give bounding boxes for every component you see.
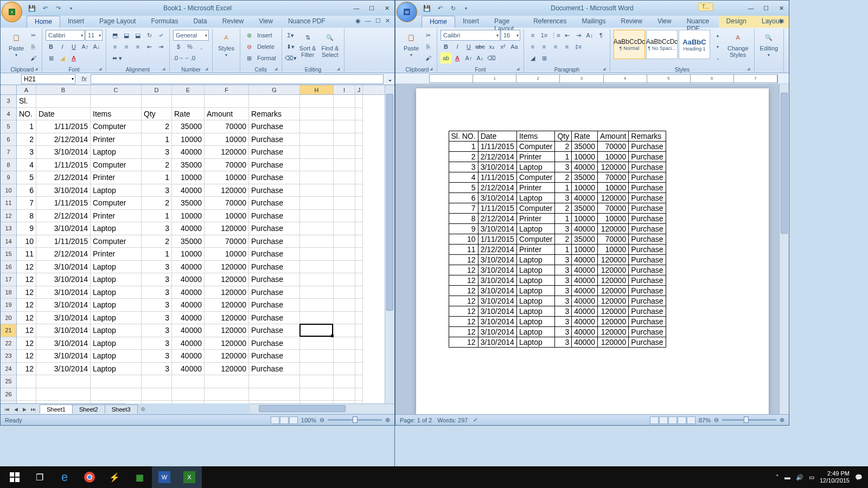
cell-H6[interactable]: [300, 133, 334, 146]
cell-J8[interactable]: [355, 159, 363, 172]
draft-view-icon[interactable]: [687, 416, 695, 424]
cell-E10[interactable]: 40000: [172, 184, 205, 197]
cell-I5[interactable]: [334, 120, 355, 133]
col-header-C[interactable]: C: [91, 85, 142, 94]
cell-G12[interactable]: Purchase: [249, 210, 300, 223]
cell-I21[interactable]: [334, 324, 355, 337]
cell-E20[interactable]: 40000: [172, 312, 205, 325]
row-header-11[interactable]: 11: [1, 197, 16, 210]
cell-G6[interactable]: Purchase: [249, 133, 300, 146]
cell-C21[interactable]: Laptop: [91, 324, 142, 337]
cell-G5[interactable]: Purchase: [249, 120, 300, 133]
cell-E11[interactable]: 35000: [172, 197, 205, 210]
cell-D6[interactable]: 1: [142, 133, 172, 146]
vertical-scrollbar[interactable]: [385, 85, 394, 403]
cell-B10[interactable]: 3/10/2014: [36, 184, 91, 197]
cell-D8[interactable]: 2: [142, 159, 172, 172]
format-cells-icon[interactable]: ⊞: [244, 53, 254, 63]
table-row[interactable]: 11/11/2015Computer23500070000Purchase: [449, 142, 666, 152]
row-header-20[interactable]: 20: [1, 312, 16, 325]
minimize-button[interactable]: —: [349, 3, 364, 14]
show-marks-icon[interactable]: ¶: [596, 30, 607, 41]
cell-H23[interactable]: [300, 350, 334, 363]
cell-B7[interactable]: 3/10/2014: [36, 146, 91, 159]
cell-C16[interactable]: Laptop: [91, 261, 142, 274]
cell-J5[interactable]: [355, 120, 363, 133]
cell-D26[interactable]: [142, 388, 172, 401]
cell-H22[interactable]: [300, 337, 334, 350]
inc-decimal-icon[interactable]: .0→: [173, 53, 184, 63]
change-case-icon[interactable]: Aa: [509, 41, 520, 52]
cell-E8[interactable]: 35000: [172, 159, 205, 172]
row-header-9[interactable]: 9: [1, 171, 16, 184]
restore-icon[interactable]: ☐: [375, 17, 381, 24]
cell-D22[interactable]: 3: [142, 337, 172, 350]
cell-A5[interactable]: 1: [17, 120, 36, 133]
tab-references[interactable]: References: [526, 16, 574, 28]
cell-I11[interactable]: [334, 197, 355, 210]
cell-F18[interactable]: 120000: [205, 286, 249, 299]
cell-F11[interactable]: 70000: [205, 197, 249, 210]
cell-C20[interactable]: Laptop: [91, 312, 142, 325]
delete-cells-icon[interactable]: ⊖: [244, 41, 254, 52]
multilevel-icon[interactable]: ⋮≡: [550, 30, 561, 41]
cell-F27[interactable]: [205, 401, 249, 403]
cell-E27[interactable]: [172, 401, 205, 403]
cell-F25[interactable]: [205, 375, 249, 388]
cell-B9[interactable]: 2/12/2014: [36, 171, 91, 184]
cell-B12[interactable]: 2/12/2014: [36, 210, 91, 223]
insert-cells-icon[interactable]: ⊕: [244, 30, 254, 41]
cell-H11[interactable]: [300, 197, 334, 210]
qat-more-icon[interactable]: ▾: [66, 3, 76, 14]
numbering-icon[interactable]: 1≡: [539, 30, 550, 41]
font-color-icon[interactable]: A: [452, 53, 463, 63]
cell-J4[interactable]: [355, 108, 363, 121]
table-row[interactable]: 123/10/2014Laptop340000120000Purchase: [449, 317, 666, 327]
maximize-button[interactable]: ☐: [364, 3, 379, 14]
paste-button[interactable]: 📋Paste▾: [6, 30, 27, 59]
cell-A3[interactable]: Sl.: [17, 95, 36, 108]
indent-inc-icon[interactable]: ⇥: [155, 41, 166, 52]
cell-F24[interactable]: 120000: [205, 363, 249, 376]
table-header[interactable]: Qty: [555, 131, 572, 142]
cell-B24[interactable]: 3/10/2014: [36, 363, 91, 376]
cell-I4[interactable]: [334, 108, 355, 121]
col-header-G[interactable]: G: [249, 85, 300, 94]
cell-J13[interactable]: [355, 222, 363, 235]
cell-F4[interactable]: Amount: [205, 108, 249, 121]
cell-D9[interactable]: 1: [142, 171, 172, 184]
cell-A27[interactable]: [17, 401, 36, 403]
cell-J22[interactable]: [355, 337, 363, 350]
cell-A14[interactable]: 10: [17, 235, 36, 248]
format-painter-icon[interactable]: 🖌: [423, 53, 433, 63]
col-header-F[interactable]: F: [205, 85, 249, 94]
sheet-tab-sheet1[interactable]: Sheet1: [40, 404, 73, 414]
cell-G26[interactable]: [249, 388, 300, 401]
cell-I9[interactable]: [334, 171, 355, 184]
cell-E17[interactable]: 40000: [172, 273, 205, 286]
cell-E5[interactable]: 35000: [172, 120, 205, 133]
cell-D20[interactable]: 3: [142, 312, 172, 325]
cell-C27[interactable]: [91, 401, 142, 403]
style---no-spaci---[interactable]: AaBbCcDc¶ No Spaci...: [646, 30, 678, 59]
row-header-23[interactable]: 23: [1, 350, 16, 363]
dec-indent-icon[interactable]: ⇤: [561, 30, 572, 41]
row-header-27[interactable]: 27: [1, 401, 16, 403]
cell-H15[interactable]: [300, 248, 334, 261]
cell-F17[interactable]: 120000: [205, 273, 249, 286]
cell-A6[interactable]: 2: [17, 133, 36, 146]
cell-H5[interactable]: [300, 120, 334, 133]
chrome-icon[interactable]: [77, 466, 102, 488]
cell-E15[interactable]: 10000: [172, 248, 205, 261]
cell-B19[interactable]: 3/10/2014: [36, 299, 91, 312]
paste-button[interactable]: 📋Paste▾: [401, 30, 422, 59]
cell-B22[interactable]: 3/10/2014: [36, 337, 91, 350]
merge-center-button[interactable]: ⬌ ▾: [110, 53, 125, 63]
cell-A23[interactable]: 12: [17, 350, 36, 363]
cell-B25[interactable]: [36, 375, 91, 388]
cell-G14[interactable]: Purchase: [249, 235, 300, 248]
cell-F6[interactable]: 10000: [205, 133, 249, 146]
cell-I14[interactable]: [334, 235, 355, 248]
cell-I3[interactable]: [334, 95, 355, 108]
cell-D12[interactable]: 1: [142, 210, 172, 223]
